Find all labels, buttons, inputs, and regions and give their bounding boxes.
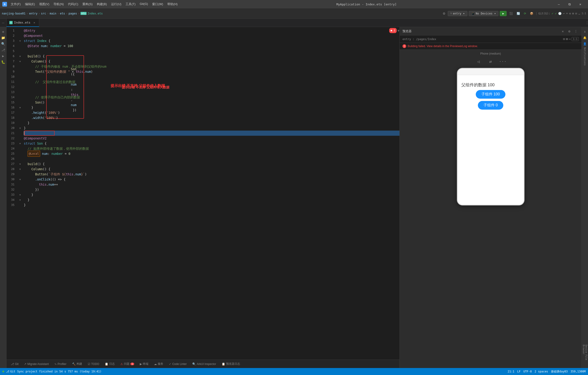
right-sidebar-icon-2[interactable]: 🔔: [582, 35, 588, 41]
fold-3[interactable]: ▼: [18, 38, 22, 43]
bottom-tab-service[interactable]: ☁ 服务: [152, 361, 166, 367]
menu-view[interactable]: 视图(V): [37, 1, 51, 7]
menu-run[interactable]: 运行(U): [109, 1, 123, 7]
action-btn-2[interactable]: 🔄: [515, 11, 522, 16]
action-btn-4[interactable]: 📦: [528, 11, 535, 16]
bottom-tab-build[interactable]: 🔨 构建: [70, 361, 84, 367]
bottom-tab-todo[interactable]: ☑ TODO: [85, 362, 102, 367]
preview-path-icon-2[interactable]: ⊞: [566, 37, 568, 41]
editor-container[interactable]: 1 2 3 4 5 6 7 8 9 10 11 12 13 14 15 16 1…: [7, 27, 399, 360]
preview-close-btn[interactable]: ✕: [560, 29, 566, 34]
code-line-15: Son (): [24, 100, 399, 105]
sidebar-icon-4[interactable]: ⎇: [0, 47, 6, 53]
action-btn-3[interactable]: ⟳: [522, 11, 528, 16]
preview-path-icon-3[interactable]: ⋯: [569, 37, 571, 41]
sidebar-icon-2[interactable]: 📁: [0, 35, 6, 41]
branch-button[interactable]: ⑂ entry ▾: [448, 11, 467, 16]
device-rotate-btn[interactable]: ⇄: [486, 57, 495, 66]
menu-nav[interactable]: 导航(N): [52, 1, 66, 7]
preview-settings-btn[interactable]: ⚙: [567, 29, 572, 34]
device-more-btn[interactable]: ···: [499, 57, 507, 66]
bottom-tab-migrate[interactable]: ↗ Migrate Assistant: [22, 362, 51, 367]
breadcrumb-item-0[interactable]: nanjing-base01: [2, 12, 25, 15]
right-sidebar-icon-5[interactable]: Device File Browser: [582, 345, 588, 368]
bottom-tab-git[interactable]: ⎇ Git: [8, 362, 21, 367]
sidebar-icon-1[interactable]: ≡: [0, 29, 6, 34]
right-sidebar-icon-1[interactable]: A: [582, 29, 588, 34]
fold-6[interactable]: ▼: [18, 54, 22, 59]
phone-btn-0[interactable]: 子组件 0: [478, 101, 503, 110]
run-button[interactable]: ▶: [500, 11, 507, 16]
bottom-tab-linter[interactable]: ✓ Code Linter: [167, 362, 189, 367]
close-button[interactable]: ✕: [575, 0, 586, 8]
phone-btn-100[interactable]: 子组件 100: [476, 90, 505, 99]
linter-label: Code Linter: [172, 362, 187, 366]
editor-area: 1 2 3 4 5 6 7 8 9 10 11 12 13 14 15 16 1…: [7, 27, 399, 368]
code-content[interactable]: @Entry ● 1 ▼ @Component struct Index {: [22, 27, 399, 360]
tab-index-ets[interactable]: e Index.ets ✕: [7, 19, 39, 27]
maximize-button[interactable]: ⧉: [564, 0, 575, 8]
fold-28[interactable]: ▼: [18, 166, 22, 172]
preview-path-icon-1[interactable]: ⊟: [563, 37, 565, 41]
settings-icon[interactable]: ⚙: [442, 11, 446, 16]
breadcrumb-item-5[interactable]: pages: [69, 12, 77, 15]
ln-3: 3: [7, 38, 16, 43]
menu-code[interactable]: 代码(C): [66, 1, 80, 7]
fold-16[interactable]: ▼: [18, 105, 22, 110]
menu-edit[interactable]: 编辑(E): [23, 1, 37, 7]
terminal-icon[interactable]: ⌨: [566, 12, 568, 15]
tab-split-btn[interactable]: ⋮: [586, 19, 588, 27]
menu-build[interactable]: 构建(B): [95, 1, 109, 7]
split-icon[interactable]: ⊟: [575, 12, 577, 15]
menu-file[interactable]: 文件(F): [9, 1, 23, 7]
fold-20[interactable]: ▼: [18, 125, 22, 131]
breadcrumb-item-1[interactable]: entry: [29, 12, 37, 15]
ln-10: 10: [7, 74, 16, 79]
menu-help[interactable]: 帮助(H): [165, 1, 179, 7]
bottom-tab-inspector[interactable]: 🔍 ArkUI Inspector: [190, 362, 218, 367]
devices-button[interactable]: 📱 No Devices ▾: [469, 11, 499, 16]
device-back-btn[interactable]: ◁: [474, 57, 483, 66]
ln-14: 14: [7, 95, 16, 100]
menu-tools[interactable]: 工具(T): [124, 1, 137, 7]
right-sidebar-icon-3[interactable]: 👤: [582, 41, 588, 47]
menu-git[interactable]: Git(G): [138, 1, 150, 7]
tab-close-button[interactable]: ✕: [32, 21, 36, 24]
menu-refactor[interactable]: 重构(S): [81, 1, 94, 7]
fold-34[interactable]: ▼: [18, 197, 22, 203]
bottom-tab-profiler[interactable]: ∿ Profiler: [52, 362, 69, 367]
menu-window[interactable]: 窗口(W): [150, 1, 165, 7]
git-check-1[interactable]: ✓: [552, 12, 554, 15]
preview-scale[interactable]: 1:1: [572, 37, 579, 41]
status-git[interactable]: ⎇ Git: [6, 370, 15, 373]
token-column28: Column: [32, 166, 43, 172]
sidebar-icon-6[interactable]: 🐛: [0, 59, 6, 65]
right-sidebar-icon-4[interactable]: Notifications: [582, 47, 588, 66]
fold-27[interactable]: ▼: [18, 161, 22, 166]
breadcrumb-item-3[interactable]: main: [50, 12, 56, 15]
bottom-tab-terminal[interactable]: ▶ 终端: [137, 361, 151, 367]
gear2-icon[interactable]: ⚙: [569, 12, 571, 15]
fold-30[interactable]: ▼: [18, 177, 22, 182]
fold-icon-1[interactable]: ▼: [398, 28, 399, 33]
preview-more-btn[interactable]: ⋮: [573, 29, 579, 34]
breadcrumb-item-4[interactable]: ets: [60, 12, 65, 15]
bottom-tab-issues[interactable]: ⚠ 问题 1: [118, 361, 136, 367]
action-btn-1[interactable]: ⬛: [508, 11, 514, 16]
tab-bar-collapse[interactable]: —: [0, 19, 7, 27]
layout-icon[interactable]: ⊞: [572, 12, 574, 15]
fold-23[interactable]: ▼: [18, 141, 22, 146]
sidebar-icon-5[interactable]: ▶: [0, 53, 6, 59]
breadcrumb-sep-2: ›: [39, 12, 40, 15]
breadcrumb-item-6[interactable]: ets Index.ets: [81, 12, 103, 15]
sidebar-icon-3[interactable]: 🔍: [0, 41, 6, 47]
fold-33[interactable]: ▼: [18, 192, 22, 197]
undo-icon[interactable]: ↩: [563, 12, 565, 15]
breadcrumb-item-2[interactable]: src: [41, 12, 46, 15]
bottom-tab-preview-log[interactable]: 📋 预览器日志: [219, 361, 242, 367]
git-check-2[interactable]: ✓: [555, 12, 557, 15]
more-icon[interactable]: …: [578, 12, 580, 15]
minimize-button[interactable]: —: [554, 0, 564, 8]
bottom-tab-log[interactable]: 📋 日志: [102, 361, 117, 367]
fold-7[interactable]: ▼: [18, 59, 22, 64]
